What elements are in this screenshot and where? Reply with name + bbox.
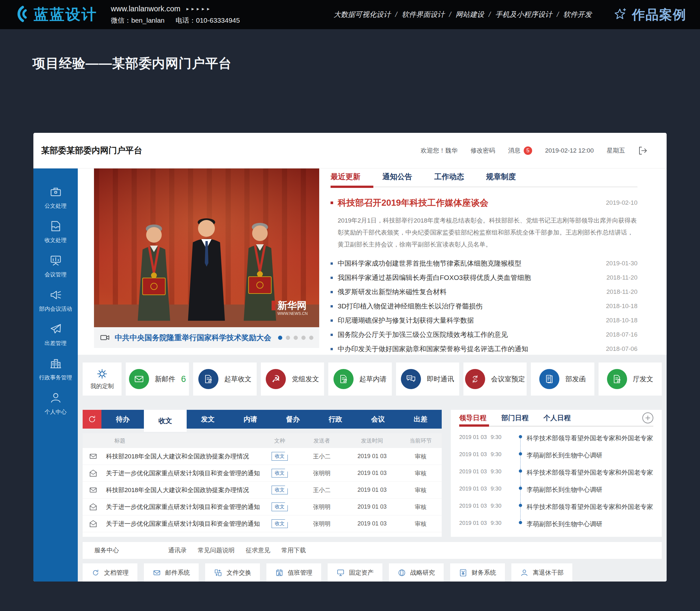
- change-password-link[interactable]: 修改密码: [470, 146, 495, 155]
- site-logo[interactable]: 蓝蓝设计: [14, 4, 97, 25]
- app-duty-management[interactable]: 值班管理: [266, 563, 321, 582]
- tab-todo[interactable]: 待办: [101, 410, 144, 429]
- table-row[interactable]: 关于进一步优化国家重点研发计划项目和资金管理的通知 收文 张明明 2019 01…: [83, 516, 442, 532]
- action-meeting-room-booking[interactable]: 会议室预定: [463, 362, 527, 396]
- action-my-customization[interactable]: 我的定制: [83, 362, 121, 396]
- yen-calculator-icon: [459, 569, 467, 577]
- tab-meetings[interactable]: 会议: [357, 410, 399, 429]
- app-finance-system[interactable]: 财务系统: [450, 563, 505, 582]
- schedule-item[interactable]: 2019 01 039:30 科学技术部领导看望外国老专家和外国老专家家属: [459, 503, 653, 520]
- tab-personal-schedule[interactable]: 个人日程: [543, 413, 571, 422]
- site-nav-item[interactable]: 手机及小程序设计: [495, 10, 552, 19]
- schedule-item[interactable]: 2019 01 039:30 科学技术部领导看望外国老专家和外国老专家家属: [459, 468, 653, 485]
- schedule-text: 李萌副部长到生物中心调研: [527, 520, 653, 528]
- tab-notices[interactable]: 通知公告: [382, 172, 412, 182]
- tab-recent-updates[interactable]: 最近更新: [331, 172, 360, 182]
- news-item-date: 2018-07-16: [606, 331, 638, 338]
- news-list-item[interactable]: 3D打印植入物促进神经细胞生长以治疗脊髓损伤 2018-10-18: [331, 299, 638, 313]
- sidebar-item-meeting-management[interactable]: 会议管理: [45, 254, 67, 278]
- table-row[interactable]: 科技部2018年全国人大建议和全国政协提案办理情况 收文 王小二 2019 01…: [83, 448, 442, 465]
- news-headline-date: 2019-02-10: [606, 199, 638, 206]
- app-label: 邮件系统: [165, 569, 190, 577]
- link-downloads[interactable]: 常用下载: [281, 546, 306, 555]
- table-row[interactable]: 关于进一步优化国家重点研发计划项目和资金管理的通知 收文 张明明 2019 01…: [83, 465, 442, 482]
- sidebar-item-business-trip[interactable]: 出差管理: [45, 323, 67, 347]
- link-faq[interactable]: 常见问题说明: [198, 546, 235, 555]
- table-row[interactable]: 科技部2018年全国人大建议和全国政协提案办理情况 收文 王小二 2019 01…: [83, 482, 442, 498]
- carousel-dot[interactable]: [278, 336, 282, 340]
- app-label: 固定资产: [349, 569, 374, 577]
- globe-icon: [398, 569, 406, 577]
- table-row[interactable]: 关于进一步优化国家重点研发计划项目和资金管理的通知 收文 张明明 2019 01…: [83, 498, 442, 516]
- tab-outgoing[interactable]: 发文: [187, 410, 229, 429]
- sync-icon: [91, 569, 100, 577]
- app-fixed-assets[interactable]: 固定资产: [327, 563, 382, 582]
- app-mail-system[interactable]: 邮件系统: [144, 563, 199, 582]
- sidebar-item-document-processing[interactable]: 公文处理: [45, 185, 67, 210]
- logout-button[interactable]: [638, 146, 648, 155]
- col-title: 标题: [103, 437, 260, 445]
- carousel-dot[interactable]: [286, 336, 290, 340]
- tab-supervision[interactable]: 督办: [272, 410, 314, 429]
- action-instant-messaging[interactable]: 即时通讯: [396, 362, 459, 396]
- news-carousel[interactable]: 新华网 WWW.NEWS.CN 中共中央国务院隆重举行国家科学技术奖励大会: [94, 168, 319, 348]
- app-strategy-research[interactable]: 战略研究: [389, 563, 444, 582]
- news-headline[interactable]: 科技部召开2019年科技工作媒体座谈会: [338, 197, 488, 209]
- action-office-docs[interactable]: 厅发文: [599, 362, 662, 396]
- carousel-dot[interactable]: [294, 336, 298, 340]
- schedule-item[interactable]: 2019 01 039:30 李萌副部长到生物中心调研: [459, 520, 653, 537]
- sidebar-item-internal-activities[interactable]: 部内会议活动: [39, 288, 72, 313]
- tab-leader-schedule[interactable]: 领导日程: [459, 413, 486, 422]
- nav-separator: /: [557, 10, 559, 19]
- action-draft-internal[interactable]: 起草内请: [328, 362, 392, 396]
- watermark-sub: WWW.NEWS.CN: [277, 311, 308, 316]
- action-label: 起草内请: [360, 374, 387, 384]
- presentation-board-icon: [49, 254, 62, 267]
- todo-refresh-button[interactable]: [83, 410, 101, 429]
- messages-link[interactable]: 消息 5: [508, 146, 532, 155]
- news-list-item[interactable]: 国务院办公厅关于加强三级公立医院绩效考核工作的意见 2018-07-16: [331, 328, 638, 342]
- carousel-dot[interactable]: [302, 336, 306, 340]
- link-contacts[interactable]: 通讯录: [168, 546, 187, 555]
- timeline-dot: [515, 434, 527, 451]
- portfolio-link[interactable]: 作品案例: [613, 6, 686, 24]
- carousel-dot[interactable]: [309, 336, 313, 340]
- tab-administration[interactable]: 行政: [314, 410, 356, 429]
- link-feedback[interactable]: 征求意见: [246, 546, 270, 555]
- app-retired-cadres[interactable]: 离退休干部: [511, 563, 572, 582]
- app-document-management[interactable]: 文档管理: [83, 563, 137, 582]
- site-nav-item[interactable]: 软件界面设计: [402, 10, 444, 19]
- site-nav-item[interactable]: 网站建设: [456, 10, 484, 19]
- link-service-center[interactable]: 服务中心: [94, 546, 119, 555]
- sidebar-item-incoming-docs[interactable]: 收文处理: [45, 220, 67, 244]
- schedule-item[interactable]: 2019 01 039:30 李萌副部长到生物中心调研: [459, 485, 653, 503]
- news-list-item[interactable]: 中国科学家成功创建世界首批生物节律紊乱体细胞克隆猴模型 2019-01-30: [331, 256, 638, 270]
- site-nav-item[interactable]: 大数据可视化设计: [334, 10, 391, 19]
- app-file-exchange[interactable]: 文件交换: [205, 563, 260, 582]
- tab-rules[interactable]: 规章制度: [486, 172, 516, 182]
- news-headline-row[interactable]: 科技部召开2019年科技工作媒体座谈会 2019-02-10: [331, 197, 638, 209]
- action-new-mail[interactable]: 新邮件 6: [126, 362, 189, 396]
- news-list-item[interactable]: 印尼珊瑚礁保护与修复计划获得大量科学数据 2018-10-18: [331, 313, 638, 328]
- action-ministry-letters[interactable]: 部发函: [531, 362, 594, 396]
- action-party-docs[interactable]: ☭ 党组发文: [261, 362, 324, 396]
- site-url[interactable]: www.lanlanwork.com: [111, 4, 180, 13]
- schedule-item[interactable]: 2019 01 039:30 李萌副部长到生物中心调研: [459, 451, 653, 468]
- action-draft-incoming[interactable]: 起草收文: [193, 362, 256, 396]
- tab-incoming[interactable]: 收文: [144, 410, 186, 432]
- tab-internal-request[interactable]: 内请: [229, 410, 272, 429]
- news-list-item[interactable]: 中办印发关于做好国家勋章和国家荣誉称号提名评选工作的通知 2018-07-06: [331, 342, 638, 356]
- site-nav-item[interactable]: 软件开发: [563, 10, 592, 19]
- news-list-item[interactable]: 我国科学家通过基因编辑长寿蛋白FOXO3获得优质人类血管细胞 2018-11-2…: [331, 270, 638, 285]
- tab-work-trends[interactable]: 工作动态: [434, 172, 464, 182]
- schedule-item[interactable]: 2019 01 039:30 科学技术部领导看望外国老专家和外国老专家家属: [459, 434, 653, 451]
- news-list-item[interactable]: 俄罗斯研发出新型纳米磁性复合材料 2018-11-20: [331, 285, 638, 299]
- add-schedule-button[interactable]: [642, 413, 653, 423]
- carousel-caption[interactable]: 中共中央国务院隆重举行国家科学技术奖励大会: [115, 333, 271, 343]
- tab-department-schedule[interactable]: 部门日程: [501, 413, 528, 422]
- schedule-tabs: 领导日程 部门日程 个人日程: [459, 410, 653, 427]
- schedule-text: 科学技术部领导看望外国老专家和外国老专家家属: [527, 503, 653, 511]
- sidebar-item-personal-center[interactable]: 个人中心: [45, 391, 67, 416]
- tab-business-trip[interactable]: 出差: [399, 410, 442, 429]
- sidebar-item-admin-affairs[interactable]: 行政事务管理: [39, 357, 72, 381]
